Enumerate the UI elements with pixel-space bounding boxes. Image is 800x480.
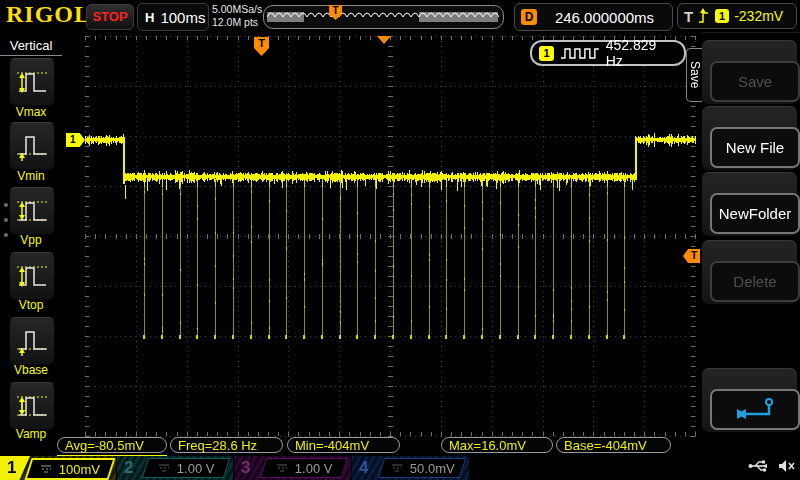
acquisition-info: 5.00MSa/s 12.0M pts <box>212 3 262 29</box>
horizontal-label: H <box>145 10 154 25</box>
vbase-icon <box>16 324 48 358</box>
sample-rate: 5.00MSa/s <box>212 3 262 16</box>
counter-value: 452.829 Hz <box>606 37 677 69</box>
channel1-scale-box: 100mV <box>24 458 115 480</box>
memory-depth: 12.0M pts <box>212 16 262 29</box>
channel2-status[interactable]: 2 1.00 V <box>117 456 233 480</box>
channel4-status[interactable]: 4 50.0mV <box>352 456 469 480</box>
page-indicator-dot <box>4 218 8 222</box>
vmax-icon <box>16 65 48 99</box>
frequency-counter: 1 452.829 Hz <box>530 40 686 66</box>
channel-status-bar: 1 100mV 2 1.00 V 3 1.00 V 4 <box>0 456 800 480</box>
measurement-avg[interactable]: Avg=-80.5mV <box>57 437 167 453</box>
measurement-max[interactable]: Max=16.0mV <box>441 437 553 453</box>
vamp-button[interactable] <box>9 382 55 430</box>
channel1-number: 1 <box>7 456 16 480</box>
vtop-button[interactable] <box>9 252 55 300</box>
vmax-label: Vmax <box>0 105 62 119</box>
channel3-scale-box: 1.00 V <box>260 458 348 478</box>
coupling-icon <box>157 463 171 473</box>
rising-edge-icon <box>698 7 710 25</box>
menu-title: Vertical <box>0 38 62 53</box>
channel3-number: 3 <box>241 456 250 480</box>
vbase-label: Vbase <box>0 363 62 377</box>
waveform-display <box>62 32 702 456</box>
divider <box>0 55 62 56</box>
channel3-scale: 1.00 V <box>295 461 333 476</box>
vpp-button[interactable] <box>9 187 55 235</box>
return-arrow-icon <box>733 396 777 422</box>
memory-waveform-preview[interactable]: T <box>263 5 504 29</box>
vmin-icon <box>16 129 48 163</box>
vamp-label: Vamp <box>0 427 62 441</box>
top-status-bar: RIGOL STOP H 100ms 5.00MSa/s 12.0M pts T… <box>0 0 800 33</box>
vtop-icon <box>16 259 48 293</box>
speaker-muted-icon <box>778 458 796 474</box>
horizontal-timebase-box[interactable]: H 100ms <box>137 3 209 31</box>
save-button[interactable]: Save <box>710 61 800 102</box>
coupling-icon <box>39 464 53 474</box>
coupling-icon <box>390 463 404 473</box>
trigger-label: T <box>684 8 693 25</box>
new-file-button[interactable]: New File <box>710 127 800 168</box>
channel2-number: 2 <box>124 456 133 480</box>
counter-source-badge: 1 <box>539 46 554 61</box>
vpp-icon <box>16 194 48 228</box>
measurement-base[interactable]: Base=-404mV <box>556 437 671 453</box>
square-wave-icon <box>560 46 600 60</box>
timebase-value: 100ms <box>160 9 205 26</box>
usb-icon <box>748 459 770 473</box>
trigger-status-box[interactable]: T 1 -232mV <box>677 3 797 29</box>
measurement-freq[interactable]: Freq=28.6 Hz <box>170 437 283 453</box>
vmax-button[interactable] <box>9 58 55 106</box>
coupling-icon <box>275 463 289 473</box>
measurement-min[interactable]: Min=-404mV <box>287 437 400 453</box>
vertical-measure-menu: Vertical Vmax Vmin Vpp <box>0 32 63 455</box>
channel4-scale: 50.0mV <box>410 461 455 476</box>
channel4-scale-box: 50.0mV <box>378 458 466 478</box>
status-icons <box>748 458 796 474</box>
run-state-button[interactable]: STOP <box>86 4 134 30</box>
channel3-status[interactable]: 3 1.00 V <box>234 456 351 480</box>
channel1-scale: 100mV <box>59 462 100 477</box>
trigger-source-badge: 1 <box>715 9 729 23</box>
channel2-scale-box: 1.00 V <box>142 458 230 478</box>
trigger-level-value: -232mV <box>734 8 783 24</box>
delay-value: 246.000000ms <box>537 9 672 26</box>
preview-sine-icon <box>267 6 499 28</box>
channel2-scale: 1.00 V <box>177 461 215 476</box>
page-indicator-dot <box>4 233 8 237</box>
vtop-label: Vtop <box>0 298 62 312</box>
vpp-label: Vpp <box>0 233 62 247</box>
delete-button[interactable]: Delete <box>710 261 800 302</box>
vamp-icon <box>16 389 48 423</box>
brand-logo: RIGOL <box>6 1 91 28</box>
vbase-button[interactable] <box>9 317 55 365</box>
channel4-number: 4 <box>359 456 368 480</box>
vmin-button[interactable] <box>9 122 55 170</box>
vmin-label: Vmin <box>0 169 62 183</box>
trigger-delay-box[interactable]: D 246.000000ms <box>514 3 673 31</box>
channel1-status[interactable]: 1 100mV <box>0 456 116 480</box>
menu-tab-save: Save <box>686 48 702 102</box>
new-folder-button[interactable]: NewFolder <box>710 193 800 234</box>
back-button[interactable] <box>710 389 800 430</box>
page-indicator-dot <box>4 203 8 207</box>
delay-badge: D <box>521 9 537 25</box>
